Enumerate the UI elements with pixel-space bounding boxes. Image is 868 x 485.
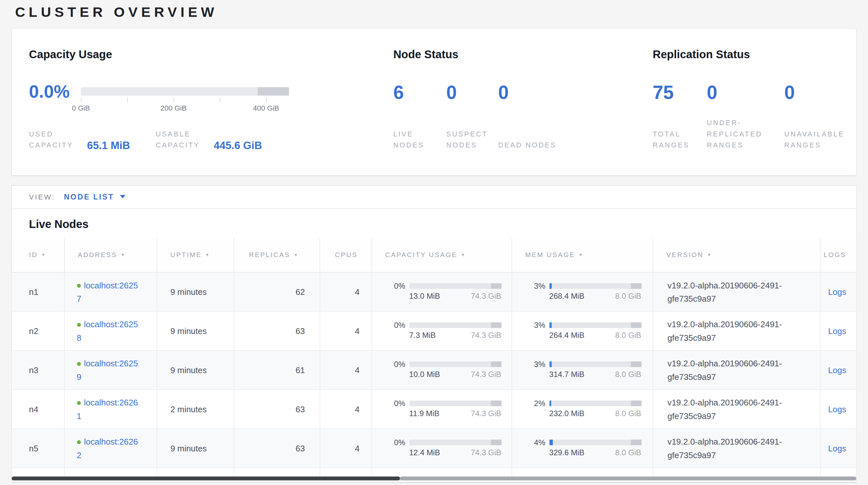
- column-header-capacity-usage[interactable]: CAPACITY USAGE▼: [372, 238, 512, 272]
- table-row-partial: [11, 468, 856, 477]
- summary-card: Capacity Usage 0.0% 0 GiB 200 GiB 400 Gi…: [11, 28, 856, 175]
- table-row: n5 localhost:26262 9 minutes 63 4 0% 12.…: [11, 429, 856, 468]
- capacity-total-value: 74.3 GiB: [471, 331, 501, 340]
- mem-used-value: 232.0 MiB: [549, 409, 585, 418]
- cell-mem-usage: 3% 264.4 MiB8.0 GiB: [512, 311, 653, 350]
- column-header-cpus[interactable]: CPUS: [320, 238, 372, 272]
- metric-live-nodes: 6 LIVE NODES: [393, 82, 446, 151]
- cell-address: localhost:26258: [64, 311, 157, 350]
- view-bar: VIEW: NODE LIST: [11, 185, 856, 209]
- sort-desc-icon: ▼: [41, 253, 46, 258]
- logs-link[interactable]: Logs: [828, 287, 846, 296]
- mem-total-value: 8.0 GiB: [615, 448, 641, 457]
- column-header-mem-usage[interactable]: MEM USAGE▼: [512, 238, 653, 272]
- logs-link[interactable]: Logs: [828, 444, 846, 453]
- cell-node-id: n3: [11, 350, 64, 390]
- axis-tick-label: 400 GiB: [253, 104, 279, 112]
- cell-logs: Logs: [820, 429, 856, 468]
- cell-uptime: 9 minutes: [157, 429, 234, 468]
- cell-replicas: 63: [234, 429, 320, 468]
- axis-tick: [174, 98, 174, 102]
- cell-mem-usage: 4% 329.6 MiB8.0 GiB: [512, 429, 653, 468]
- dead-nodes-value: 0: [498, 82, 560, 102]
- horizontal-scrollbar[interactable]: [11, 476, 856, 480]
- column-header-id[interactable]: ID▼: [11, 238, 64, 272]
- node-status-section: Node Status 6 LIVE NODES 0 SUSPECT NODES…: [393, 28, 583, 150]
- sort-desc-icon: ▼: [461, 253, 466, 258]
- capacity-usage-section: Capacity Usage 0.0% 0 GiB 200 GiB 400 Gi…: [29, 28, 380, 150]
- logs-link[interactable]: Logs: [828, 326, 846, 336]
- table-row: n4 localhost:26261 2 minutes 63 4 0% 11.…: [11, 390, 856, 429]
- cell-capacity-usage: 0% 7.3 MiB74.3 GiB: [372, 311, 512, 350]
- capacity-usage-bar: [409, 401, 501, 406]
- column-header-replicas[interactable]: REPLICAS▼: [234, 238, 320, 272]
- capacity-usage-heading: Capacity Usage: [29, 47, 380, 61]
- node-live-status-icon: [77, 323, 81, 327]
- column-header-logs: LOGS: [820, 238, 856, 272]
- cell-node-id: n4: [11, 390, 64, 429]
- cell-replicas: 61: [234, 350, 320, 390]
- cell-mem-usage: 3% 268.4 MiB8.0 GiB: [512, 272, 653, 311]
- cell-capacity-usage: 0% 13.0 MiB74.3 GiB: [372, 272, 512, 311]
- mem-used-value: 314.7 MiB: [549, 370, 585, 379]
- scrollbar-track[interactable]: [400, 476, 856, 480]
- mem-percent-label: 4%: [523, 440, 546, 446]
- capacity-bar-reserved: [258, 87, 289, 96]
- usable-capacity-metric: USABLE CAPACITY 445.6 GiB: [156, 129, 262, 151]
- live-nodes-heading: Live Nodes: [29, 217, 857, 231]
- node-address-link[interactable]: localhost:26259: [77, 359, 138, 381]
- node-live-status-icon: [77, 440, 81, 444]
- capacity-usage-bar: [409, 322, 501, 328]
- cell-version: v19.2.0-alpha.20190606-2491-gfe735c9a97: [653, 272, 820, 311]
- node-address-link[interactable]: localhost:26258: [77, 320, 138, 342]
- mem-total-value: 8.0 GiB: [615, 370, 641, 379]
- node-address-link[interactable]: localhost:26261: [77, 398, 138, 421]
- mem-used-value: 329.6 MiB: [549, 448, 585, 457]
- cluster-overview-page: CLUSTER OVERVIEW Capacity Usage 0.0% 0 G…: [0, 4, 868, 485]
- column-header-version[interactable]: VERSION▼: [653, 238, 820, 272]
- usable-capacity-label: USABLE CAPACITY: [156, 129, 207, 151]
- capacity-percent-label: 0%: [383, 401, 405, 407]
- unavailable-ranges-label: UNAVAILABLE RANGES: [784, 129, 852, 151]
- mem-usage-bar: [549, 440, 641, 445]
- capacity-usage-bar: 0 GiB 200 GiB 400 GiB: [81, 87, 289, 96]
- capacity-percent-label: 0%: [383, 362, 405, 368]
- capacity-total-value: 74.3 GiB: [471, 292, 501, 301]
- cell-capacity-usage: 0% 10.0 MiB74.3 GiB: [372, 350, 512, 390]
- capacity-usage-bar: [409, 283, 501, 289]
- sort-desc-icon: ▼: [578, 253, 584, 258]
- cell-version: v19.2.0-alpha.20190606-2491-gfe735c9a97: [653, 390, 820, 429]
- table-row: n3 localhost:26259 9 minutes 61 4 0% 10.…: [11, 350, 856, 390]
- cell-logs: Logs: [820, 350, 856, 390]
- table-row: n2 localhost:26258 9 minutes 63 4 0% 7.3…: [11, 311, 856, 350]
- scrollbar-thumb[interactable]: [11, 476, 400, 480]
- axis-tick: [266, 98, 267, 102]
- mem-usage-bar: [549, 283, 641, 289]
- cell-uptime: 9 minutes: [157, 350, 234, 390]
- table-header-row: ID▼ ADDRESS▼ UPTIME▼ REPLICAS▼ CPUS CAPA…: [11, 238, 856, 272]
- cell-cpus: 4: [320, 272, 372, 311]
- node-address-link[interactable]: localhost:26257: [77, 281, 138, 303]
- mem-percent-label: 3%: [523, 322, 546, 329]
- capacity-used-value: 11.9 MiB: [409, 409, 439, 418]
- table-row: n1 localhost:26257 9 minutes 62 4 0% 13.…: [11, 272, 856, 311]
- capacity-percent-label: 0%: [383, 440, 405, 446]
- logs-link[interactable]: Logs: [828, 365, 846, 375]
- mem-used-value: 268.4 MiB: [549, 292, 585, 301]
- column-header-address[interactable]: ADDRESS▼: [64, 238, 157, 272]
- metric-dead-nodes: 0 DEAD NODES: [498, 82, 560, 151]
- node-address-link[interactable]: localhost:26262: [77, 437, 138, 460]
- axis-tick-label: 200 GiB: [160, 104, 187, 112]
- sort-desc-icon: ▼: [707, 253, 712, 258]
- used-capacity-label: USED CAPACITY: [29, 129, 81, 151]
- capacity-percent-label: 0%: [383, 283, 405, 289]
- capacity-used-value: 13.0 MiB: [409, 292, 440, 301]
- mem-percent-label: 2%: [523, 401, 546, 407]
- capacity-usage-bar: [409, 362, 501, 367]
- usable-capacity-value: 445.6 GiB: [214, 139, 262, 152]
- mem-used-value: 264.4 MiB: [549, 331, 585, 340]
- view-dropdown[interactable]: NODE LIST: [64, 192, 125, 201]
- column-header-uptime[interactable]: UPTIME▼: [157, 238, 234, 272]
- capacity-percent: 0.0%: [29, 82, 81, 100]
- logs-link[interactable]: Logs: [828, 404, 846, 414]
